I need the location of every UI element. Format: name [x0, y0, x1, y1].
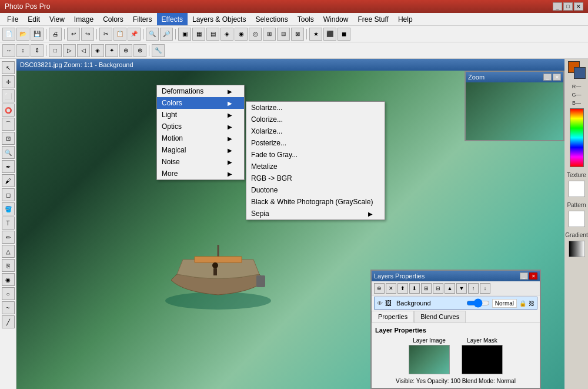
texture-swatch[interactable] — [569, 181, 585, 197]
tb1-b11[interactable]: ⬛ — [323, 28, 336, 41]
tb1-b9[interactable]: ⊠ — [291, 28, 304, 41]
new-btn[interactable]: 📄 — [2, 28, 15, 41]
layers-btn-8[interactable]: ▼ — [456, 283, 467, 294]
submenu-sepia[interactable]: Sepia ▶ — [246, 208, 385, 220]
background-color[interactable] — [574, 67, 586, 79]
tool-zoom[interactable]: 🔍 — [2, 146, 15, 159]
zoom-out-btn[interactable]: 🔎 — [160, 28, 173, 41]
menu-freestuff[interactable]: Free Stuff — [353, 13, 393, 25]
tb2-b2[interactable]: ↕ — [16, 44, 29, 57]
layers-btn-3[interactable]: ⬆ — [397, 283, 408, 294]
cut-btn[interactable]: ✂ — [99, 28, 112, 41]
menu-window[interactable]: Window — [319, 13, 353, 25]
layers-btn-10[interactable]: ↓ — [480, 283, 490, 294]
menu-light[interactable]: Light ▶ — [157, 109, 244, 121]
tb2-b4[interactable]: □ — [49, 44, 62, 57]
submenu-fade-to-gray[interactable]: Fade to Gray... — [246, 149, 385, 161]
tb2-b11[interactable]: 🔧 — [152, 44, 165, 57]
tool-shape[interactable]: △ — [2, 245, 15, 258]
layers-close[interactable]: ✕ — [529, 272, 537, 280]
submenu-duotone[interactable]: Duotone — [246, 184, 385, 196]
tool-pen[interactable]: ✏ — [2, 231, 15, 244]
tool-clone[interactable]: ⎘ — [2, 259, 15, 272]
menu-colors[interactable]: Colors — [98, 13, 128, 25]
menu-layers[interactable]: Layers & Objects — [188, 13, 250, 25]
tb1-b8[interactable]: ⊟ — [277, 28, 290, 41]
layer-item[interactable]: 👁 🖼 Background Normal 🔒 ⛓ — [374, 297, 537, 310]
tool-smudge[interactable]: ~ — [2, 301, 15, 314]
close-button[interactable]: ✕ — [574, 2, 583, 11]
menu-more[interactable]: More ▶ — [157, 168, 244, 179]
tool-select-ellipse[interactable]: ⭕ — [2, 104, 15, 117]
tool-blur[interactable]: ◉ — [2, 273, 15, 286]
menu-magical[interactable]: Magical ▶ — [157, 144, 244, 156]
undo-btn[interactable]: ↩ — [67, 28, 80, 41]
menu-selections[interactable]: Selections — [250, 13, 292, 25]
tb2-b10[interactable]: ⊗ — [133, 44, 146, 57]
tb1-b5[interactable]: ◉ — [235, 28, 248, 41]
tb2-b8[interactable]: ✦ — [105, 44, 118, 57]
tool-move[interactable]: ✛ — [2, 75, 15, 88]
tool-brush[interactable]: 🖌 — [2, 174, 15, 187]
menu-noise[interactable]: Noise ▶ — [157, 156, 244, 168]
tb2-b9[interactable]: ⊕ — [119, 44, 132, 57]
menu-filters[interactable]: Filters — [128, 13, 157, 25]
zoom-minimize[interactable]: _ — [543, 74, 552, 81]
tb1-b12[interactable]: ◼ — [338, 28, 350, 41]
menu-motion[interactable]: Motion ▶ — [157, 132, 244, 144]
layers-btn-5[interactable]: ⊞ — [421, 283, 432, 294]
tb1-b2[interactable]: ▦ — [192, 28, 205, 41]
layer-opacity-slider[interactable] — [466, 298, 490, 308]
tab-properties[interactable]: Properties — [372, 311, 414, 322]
tab-blend-curves[interactable]: Blend Curves — [414, 311, 466, 322]
window-controls[interactable]: _ □ ✕ — [553, 2, 583, 11]
tb2-b7[interactable]: ◈ — [91, 44, 104, 57]
menu-tools[interactable]: Tools — [293, 13, 319, 25]
menu-optics[interactable]: Optics ▶ — [157, 121, 244, 132]
tb1-b10[interactable]: ★ — [309, 28, 322, 41]
pattern-swatch[interactable] — [569, 211, 585, 227]
redo-btn[interactable]: ↪ — [81, 28, 94, 41]
copy-btn[interactable]: 📋 — [113, 28, 126, 41]
tool-select-rect[interactable]: ⬜ — [2, 89, 15, 102]
tool-crop[interactable]: ⊡ — [2, 132, 15, 145]
layers-minimize[interactable]: _ — [520, 272, 528, 280]
tool-text[interactable]: T — [2, 217, 15, 230]
tool-dodge[interactable]: ○ — [2, 287, 15, 300]
tb2-b5[interactable]: ▷ — [63, 44, 76, 57]
zoom-window[interactable]: Zoom _ ✕ — [465, 71, 564, 141]
tool-eraser[interactable]: ◻ — [2, 188, 15, 201]
zoom-in-btn[interactable]: 🔍 — [146, 28, 159, 41]
minimize-button[interactable]: _ — [553, 2, 562, 11]
maximize-button[interactable]: □ — [563, 2, 573, 11]
paste-btn[interactable]: 📌 — [128, 28, 141, 41]
color-gradient[interactable] — [570, 108, 584, 167]
tool-eyedropper[interactable]: ✒ — [2, 160, 15, 173]
tb2-b3[interactable]: ⇕ — [31, 44, 44, 57]
menu-colors-item[interactable]: Colors ▶ — [157, 97, 244, 109]
tb2-b6[interactable]: ◁ — [77, 44, 90, 57]
tb1-b1[interactable]: ▣ — [178, 28, 191, 41]
menu-edit[interactable]: Edit — [23, 13, 45, 25]
print-btn[interactable]: 🖨 — [49, 28, 62, 41]
menu-deformations[interactable]: Deformations ▶ — [157, 85, 244, 97]
tb1-b6[interactable]: ◎ — [249, 28, 262, 41]
gradient-swatch[interactable] — [569, 241, 585, 257]
layers-btn-7[interactable]: ▲ — [445, 283, 455, 294]
tool-line[interactable]: ╱ — [2, 315, 15, 328]
menu-effects[interactable]: Effects — [157, 13, 188, 25]
menu-file[interactable]: File — [2, 13, 23, 25]
tool-pointer[interactable]: ↖ — [2, 61, 15, 74]
submenu-solarize[interactable]: Solarize... — [246, 102, 385, 114]
submenu-bw-photo[interactable]: Black & White Photograph (GrayScale) — [246, 196, 385, 208]
tool-lasso[interactable]: ⌒ — [2, 118, 15, 131]
menu-image[interactable]: Image — [69, 13, 98, 25]
layers-btn-1[interactable]: ⊕ — [374, 283, 385, 294]
layers-btn-9[interactable]: ↑ — [468, 283, 479, 294]
open-btn[interactable]: 📂 — [16, 28, 29, 41]
submenu-xolarize[interactable]: Xolarize... — [246, 125, 385, 137]
layers-btn-4[interactable]: ⬇ — [409, 283, 420, 294]
menu-help[interactable]: Help — [393, 13, 417, 25]
tb1-b4[interactable]: ◈ — [220, 28, 233, 41]
submenu-rgb-bgr[interactable]: RGB -> BGR — [246, 172, 385, 184]
